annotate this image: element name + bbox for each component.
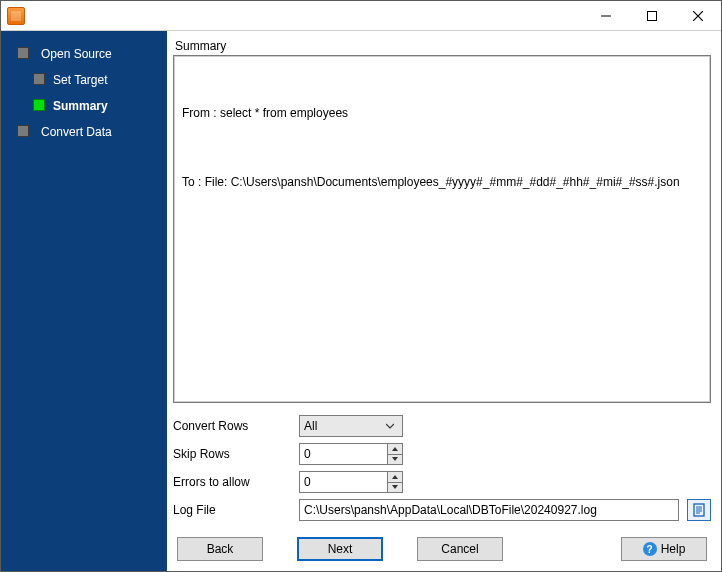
app-window: Open SourceSet TargetSummaryConvert Data… bbox=[0, 0, 722, 572]
log-file-label: Log File bbox=[173, 503, 291, 517]
back-button[interactable]: Back bbox=[177, 537, 263, 561]
summary-textarea[interactable]: From : select * from employees To : File… bbox=[173, 55, 711, 403]
errors-to-allow-label: Errors to allow bbox=[173, 475, 291, 489]
wizard-sidebar: Open SourceSet TargetSummaryConvert Data bbox=[1, 31, 167, 571]
triangle-up-icon bbox=[392, 447, 398, 451]
document-icon bbox=[692, 503, 706, 517]
step-node-icon bbox=[17, 47, 29, 59]
skip-rows-label: Skip Rows bbox=[173, 447, 291, 461]
convert-rows-select[interactable]: All bbox=[299, 415, 403, 437]
wizard-step-label: Set Target bbox=[53, 73, 107, 87]
wizard-step-set-target[interactable]: Set Target bbox=[1, 67, 167, 93]
chevron-down-icon bbox=[382, 419, 398, 433]
wizard-step-open-source[interactable]: Open Source bbox=[1, 41, 167, 67]
wizard-button-row: Back Next Cancel ? Help bbox=[173, 537, 711, 565]
log-file-input[interactable]: C:\Users\pansh\AppData\Local\DBToFile\20… bbox=[299, 499, 679, 521]
options-grid: Convert Rows All Skip Rows 0 bbox=[173, 415, 711, 521]
help-button[interactable]: ? Help bbox=[621, 537, 707, 561]
wizard-steps-tree: Open SourceSet TargetSummaryConvert Data bbox=[1, 41, 167, 145]
errors-to-allow-value[interactable]: 0 bbox=[299, 471, 387, 493]
cancel-button-label: Cancel bbox=[441, 542, 478, 556]
maximize-icon bbox=[647, 11, 657, 21]
titlebar bbox=[1, 1, 721, 31]
next-button[interactable]: Next bbox=[297, 537, 383, 561]
cancel-button[interactable]: Cancel bbox=[417, 537, 503, 561]
help-icon: ? bbox=[643, 542, 657, 556]
summary-to-line: To : File: C:\Users\pansh\Documents\empl… bbox=[182, 172, 702, 192]
skip-rows-value[interactable]: 0 bbox=[299, 443, 387, 465]
wizard-step-convert-data[interactable]: Convert Data bbox=[1, 119, 167, 145]
help-button-label: Help bbox=[661, 542, 686, 556]
triangle-down-icon bbox=[392, 457, 398, 461]
skip-rows-stepper[interactable]: 0 bbox=[299, 443, 403, 465]
convert-rows-label: Convert Rows bbox=[173, 419, 291, 433]
wizard-step-summary[interactable]: Summary bbox=[1, 93, 167, 119]
wizard-step-label: Open Source bbox=[41, 47, 112, 61]
skip-rows-down-button[interactable] bbox=[388, 455, 402, 465]
step-node-icon bbox=[17, 125, 29, 137]
back-button-label: Back bbox=[207, 542, 234, 556]
app-icon bbox=[7, 7, 25, 25]
minimize-button[interactable] bbox=[583, 1, 629, 31]
summary-section-label: Summary bbox=[175, 39, 711, 53]
log-file-browse-button[interactable] bbox=[687, 499, 711, 521]
summary-from-line: From : select * from employees bbox=[182, 103, 702, 123]
wizard-step-label: Convert Data bbox=[41, 125, 112, 139]
wizard-step-label: Summary bbox=[53, 99, 108, 113]
log-file-value: C:\Users\pansh\AppData\Local\DBToFile\20… bbox=[304, 503, 597, 517]
main-panel: Summary From : select * from employees T… bbox=[167, 31, 721, 571]
svg-rect-0 bbox=[648, 11, 657, 20]
errors-down-button[interactable] bbox=[388, 483, 402, 493]
convert-rows-value: All bbox=[304, 419, 317, 433]
maximize-button[interactable] bbox=[629, 1, 675, 31]
step-node-icon bbox=[33, 73, 45, 85]
skip-rows-up-button[interactable] bbox=[388, 444, 402, 455]
window-body: Open SourceSet TargetSummaryConvert Data… bbox=[1, 31, 721, 571]
errors-up-button[interactable] bbox=[388, 472, 402, 483]
step-node-icon bbox=[33, 99, 45, 111]
next-button-label: Next bbox=[328, 542, 353, 556]
triangle-down-icon bbox=[392, 485, 398, 489]
triangle-up-icon bbox=[392, 475, 398, 479]
svg-rect-1 bbox=[694, 504, 704, 516]
errors-to-allow-stepper[interactable]: 0 bbox=[299, 471, 403, 493]
close-icon bbox=[693, 11, 703, 21]
minimize-icon bbox=[601, 11, 611, 21]
close-button[interactable] bbox=[675, 1, 721, 31]
